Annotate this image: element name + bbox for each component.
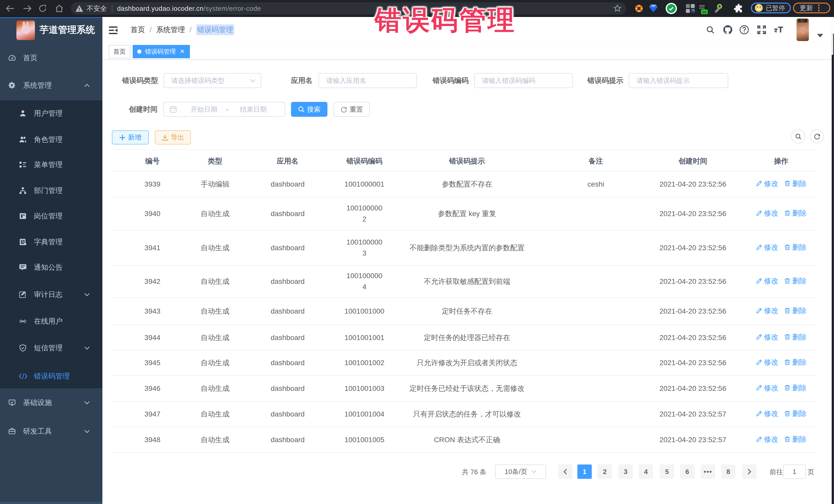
svg-text:on: on [702,10,706,14]
